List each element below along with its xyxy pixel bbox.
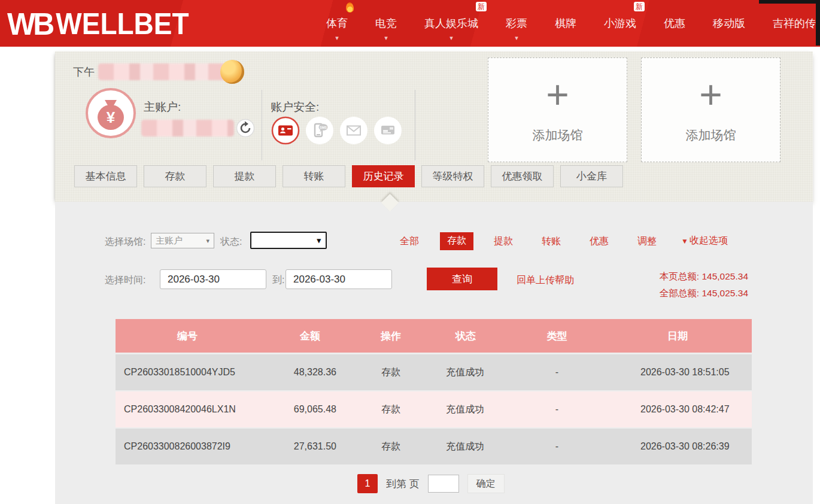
tab-deposit[interactable]: 存款 [144, 165, 206, 187]
cell-type: - [511, 441, 603, 452]
type-filter-deposit-active[interactable]: 存款 [440, 232, 473, 250]
nav-item-sports[interactable]: 体育 ▾ [326, 0, 348, 47]
time-select-label: 选择时间: [105, 274, 145, 287]
status-select[interactable]: ▾ [250, 232, 327, 249]
logo-text: WELLBET [56, 7, 189, 41]
nav-item-board-games[interactable]: 棋牌 [555, 0, 576, 47]
to-label: 到: [272, 274, 284, 287]
nav-item-lottery[interactable]: 彩票 ▾ [506, 0, 527, 47]
receipt-upload-help-link[interactable]: 回单上传帮助 [517, 274, 574, 287]
chevron-down-icon: ▾ [515, 34, 518, 42]
nav-item-promotions[interactable]: 优惠 [664, 0, 685, 47]
table-header-row: 编号 金额 操作 状态 类型 日期 [116, 319, 752, 354]
confirm-button[interactable]: 确定 [467, 474, 505, 493]
cell-operation: 存款 [361, 441, 421, 453]
col-header-type: 类型 [511, 329, 603, 343]
mail-verify-icon[interactable] [339, 116, 368, 147]
type-filter-all[interactable]: 全部 [400, 235, 419, 248]
nav-label: 优惠 [664, 16, 685, 31]
plus-icon: + [699, 77, 722, 113]
add-venue-label: 添加场馆 [533, 127, 583, 144]
type-filter-adjust[interactable]: 调整 [637, 235, 657, 248]
tab-transfer[interactable]: 转账 [283, 165, 345, 187]
cell-status: 充值成功 [421, 403, 511, 416]
goto-page-input[interactable] [428, 475, 459, 493]
nav-label: 电竞 [375, 16, 397, 31]
add-venue-button[interactable]: + 添加场馆 [641, 57, 780, 162]
tab-promo-claim[interactable]: 优惠领取 [491, 165, 554, 187]
greeting-prefix: 下午 [73, 65, 95, 79]
bankcard-verify-icon[interactable] [373, 116, 402, 147]
cell-date: 2026-03-30 08:26:39 [603, 441, 752, 452]
nav-item-live-casino[interactable]: 新 真人娱乐城 ▾ [424, 0, 478, 47]
page-1-button[interactable]: 1 [357, 474, 378, 493]
add-venue-label: 添加场馆 [686, 127, 736, 144]
col-header-operation: 操作 [361, 329, 421, 343]
account-security-label: 账户安全: [271, 99, 319, 115]
venue-select[interactable]: 主账户 ▾ [151, 233, 214, 248]
nav-label: 小游戏 [604, 16, 636, 31]
search-button[interactable]: 查询 [427, 268, 497, 290]
cell-type: - [511, 367, 603, 378]
date-from-input[interactable] [160, 269, 266, 289]
nav-label: 真人娱乐城 [424, 16, 478, 31]
nav-item-esports[interactable]: 电竞 ▾ [375, 0, 397, 47]
idcard-verified-icon[interactable] [271, 116, 300, 147]
type-filter-withdraw[interactable]: 提款 [494, 235, 513, 248]
greeting-emoji-icon [220, 60, 244, 84]
money-bag-icon[interactable]: ¥ [85, 87, 136, 141]
cell-date: 2026-03-30 08:42:47 [603, 404, 752, 415]
wellbet-logo[interactable]: WB WELLBET [7, 7, 189, 41]
chevron-down-icon: ▾ [384, 34, 388, 42]
add-venue-button[interactable]: + 添加场馆 [488, 57, 627, 162]
nav-label: 棋牌 [555, 16, 576, 31]
page-total-line: 本页总额: 145,025.34 [660, 268, 748, 285]
tab-basic-info[interactable]: 基本信息 [74, 165, 137, 187]
screen-edge [816, 0, 820, 45]
chevron-down-icon: ▾ [335, 34, 339, 42]
nav-item-mobile-version[interactable]: 移动版 [713, 0, 745, 47]
cell-amount: 48,328.36 [259, 367, 361, 378]
type-filter-transfer[interactable]: 转账 [542, 235, 561, 248]
cell-id: CP26033018510004YJD5 [116, 367, 259, 378]
cell-id: CP26033008420046LX1N [116, 404, 259, 415]
tab-vault[interactable]: 小金库 [560, 165, 623, 187]
top-navigation-bar: WB WELLBET 体育 ▾ 电竞 ▾ 新 真人娱乐城 ▾ 彩票 ▾ [0, 0, 820, 47]
divider [262, 90, 262, 160]
greeting: 下午 [73, 60, 244, 84]
collapse-options-label: 收起选项 [690, 235, 728, 247]
all-total-line: 全部总额: 145,025.34 [660, 285, 748, 302]
table-row: CP26033018510004YJD5 48,328.36 存款 充值成功 -… [116, 354, 752, 391]
tab-history[interactable]: 历史记录 [352, 165, 415, 187]
screen-edge [759, 0, 820, 4]
pagination: 1 到第 页 确定 [357, 474, 505, 493]
refresh-balance-icon[interactable] [236, 119, 255, 140]
cell-status: 充值成功 [421, 441, 511, 453]
col-header-amount: 金额 [259, 329, 361, 343]
cell-amount: 27,631.50 [259, 441, 361, 452]
chevron-down-icon: ▾ [206, 237, 209, 245]
table-row: CP26033008420046LX1N 69,065.48 存款 充值成功 -… [116, 391, 752, 429]
tab-withdraw[interactable]: 提款 [213, 165, 276, 187]
censored-username [98, 63, 236, 80]
collapse-options-link[interactable]: ▼ 收起选项 [681, 235, 728, 247]
logo-mark-icon: WB [7, 6, 52, 42]
censored-balance [141, 120, 234, 136]
history-table: 编号 金额 操作 状态 类型 日期 CP26033018510004YJD5 4… [116, 319, 752, 466]
nav-label: 彩票 [506, 16, 527, 31]
date-to-input[interactable] [286, 269, 392, 289]
type-filter-promo[interactable]: 优惠 [590, 235, 609, 248]
all-total-label: 全部总额: [660, 288, 699, 298]
tab-vip-privilege[interactable]: 等级特权 [421, 165, 484, 187]
svg-text:¥: ¥ [107, 108, 116, 126]
main-account-label: 主账户: [144, 99, 181, 115]
main-nav: 体育 ▾ 电竞 ▾ 新 真人娱乐城 ▾ 彩票 ▾ 棋牌 新 小游戏 [326, 0, 816, 47]
chevron-down-icon: ▾ [450, 34, 453, 42]
cell-id: CP2603300826003872I9 [116, 441, 259, 452]
nav-item-mini-games[interactable]: 新 小游戏 [604, 0, 636, 47]
nav-label: 吉祥的传 [773, 16, 816, 31]
nav-label: 移动版 [713, 16, 745, 31]
nav-item-jixiang[interactable]: 吉祥的传 [773, 0, 816, 47]
svg-text:SMS: SMS [320, 126, 327, 129]
sms-verify-icon[interactable]: SMS [305, 116, 334, 147]
